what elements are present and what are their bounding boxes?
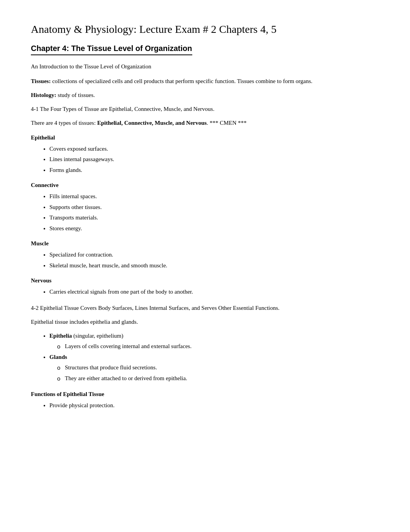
list-item: Fills internal spaces. <box>49 192 379 202</box>
sub-list-item: They are either attached to or derived f… <box>57 374 379 384</box>
list-item: Skeletal muscle, heart muscle, and smoot… <box>49 261 379 271</box>
functions-list: Provide physical protection. <box>49 401 379 411</box>
types-line: There are 4 types of tissues: Epithelial… <box>31 118 379 127</box>
connective-list: Fills internal spaces. Supports other ti… <box>49 192 379 233</box>
epithelia-sub-list: Layers of cells covering internal and ex… <box>57 342 379 352</box>
sub-list-item: Structures that produce fluid secretions… <box>57 363 379 373</box>
epithelial-list: Covers exposed surfaces. Lines internal … <box>49 144 379 175</box>
page-container: Anatomy & Physiology: Lecture Exam # 2 C… <box>0 0 410 438</box>
list-item: Lines internal passageways. <box>49 155 379 165</box>
list-item: Transports materials. <box>49 213 379 223</box>
list-item: Provide physical protection. <box>49 401 379 411</box>
intro-text-span: An Introduction to the Tissue Level of O… <box>31 63 151 70</box>
list-item: Carries electrical signals from one part… <box>49 287 379 297</box>
list-item: Specialized for contraction. <box>49 250 379 260</box>
histology-label: Histology: <box>31 92 56 98</box>
nervous-heading: Nervous <box>31 277 379 284</box>
list-item: Stores energy. <box>49 224 379 234</box>
epithelial-heading: Epithelial <box>31 134 379 141</box>
glands-sub-list: Structures that produce fluid secretions… <box>57 363 379 383</box>
types-bold: Epithelial, Connective, Muscle, and Nerv… <box>97 120 207 126</box>
list-item: Covers exposed surfaces. <box>49 144 379 154</box>
sub-list-item: Layers of cells covering internal and ex… <box>57 342 379 352</box>
section-42: 4-2 Epithelial Tissue Covers Body Surfac… <box>31 303 379 313</box>
list-item-glands: Glands Structures that produce fluid sec… <box>49 352 379 384</box>
epithelia-glands-list: Epithelia (singular, epithelium) Layers … <box>49 331 379 384</box>
muscle-list: Specialized for contraction. Skeletal mu… <box>49 250 379 270</box>
epithelia-text: (singular, epithelium) <box>72 333 123 339</box>
chapter-heading: Chapter 4: The Tissue Level of Organizat… <box>31 44 192 55</box>
tissues-text: collections of specialized cells and cel… <box>51 78 312 84</box>
connective-heading: Connective <box>31 182 379 189</box>
histology-paragraph: Histology: study of tissues. <box>31 90 379 100</box>
list-item: Supports other tissues. <box>49 202 379 212</box>
types-suffix: . *** CMEN *** <box>207 120 246 126</box>
histology-text: study of tissues. <box>56 92 95 98</box>
main-title: Anatomy & Physiology: Lecture Exam # 2 C… <box>31 23 379 36</box>
functions-heading: Functions of Epithelial Tissue <box>31 391 379 398</box>
epithelia-label: Epithelia <box>49 333 72 339</box>
list-item: Forms glands. <box>49 165 379 175</box>
muscle-heading: Muscle <box>31 240 379 247</box>
list-item-epithelia: Epithelia (singular, epithelium) Layers … <box>49 331 379 352</box>
nervous-list: Carries electrical signals from one part… <box>49 287 379 297</box>
epi-tissue-intro: Epithelial tissue includes epithelia and… <box>31 317 379 326</box>
four-types-section: 4-1 The Four Types of Tissue are Epithel… <box>31 104 379 114</box>
intro-text: An Introduction to the Tissue Level of O… <box>31 62 379 71</box>
tissues-paragraph: Tissues: collections of specialized cell… <box>31 76 379 86</box>
types-prefix: There are 4 types of tissues: <box>31 120 97 126</box>
tissues-label: Tissues: <box>31 78 51 84</box>
glands-label: Glands <box>49 354 67 360</box>
